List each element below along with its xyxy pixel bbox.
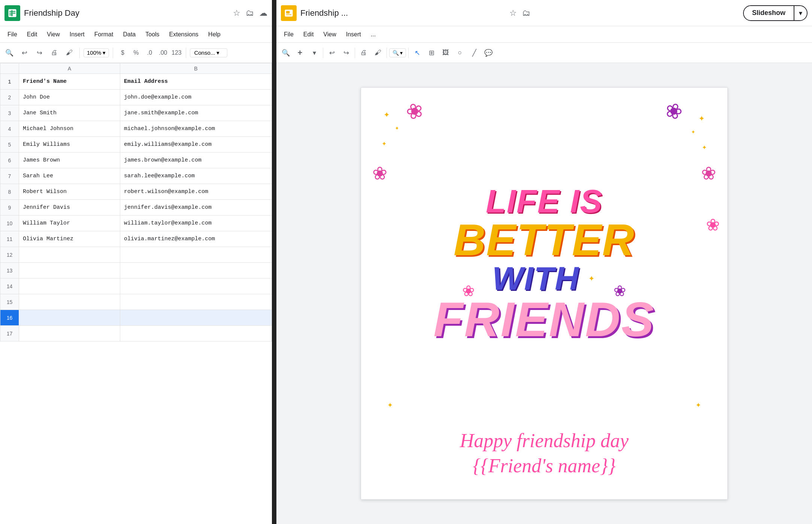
cell-b[interactable] bbox=[120, 278, 272, 294]
cell-a[interactable]: Jennifer Davis bbox=[19, 200, 120, 216]
cell-a[interactable] bbox=[19, 247, 120, 263]
cell-b[interactable] bbox=[120, 263, 272, 278]
slides-add-btn[interactable]: + bbox=[294, 46, 306, 59]
cell-a[interactable]: William Taylor bbox=[19, 216, 120, 231]
cell-a[interactable]: James Brown bbox=[19, 153, 120, 168]
table-row[interactable]: 6James Brownjames.brown@example.com bbox=[0, 153, 272, 168]
table-row[interactable]: 14 bbox=[0, 278, 272, 294]
table-row[interactable]: 8Robert Wilsonrobert.wilson@example.com bbox=[0, 184, 272, 200]
cursor-tool-icon[interactable]: ↖ bbox=[411, 46, 424, 59]
print-icon[interactable]: 🖨 bbox=[48, 46, 61, 59]
cloud-icon[interactable]: ☁ bbox=[259, 8, 267, 18]
percent-btn[interactable]: % bbox=[130, 47, 142, 58]
cell-a[interactable] bbox=[19, 326, 120, 341]
zoom-control[interactable]: 100% ▾ bbox=[84, 48, 109, 57]
decimal-more-btn[interactable]: .00 bbox=[157, 47, 169, 58]
cell-a[interactable] bbox=[19, 294, 120, 310]
menu-help[interactable]: Help bbox=[204, 30, 224, 39]
col-b-header[interactable]: B bbox=[120, 63, 272, 74]
table-row[interactable]: 13 bbox=[0, 263, 272, 278]
line-tool-icon[interactable]: ╱ bbox=[468, 46, 481, 59]
cell-a[interactable] bbox=[19, 310, 120, 326]
shape-tool-icon[interactable]: ○ bbox=[454, 46, 466, 59]
paint-format-icon[interactable]: 🖌 bbox=[63, 46, 76, 59]
star-icon[interactable]: ☆ bbox=[233, 8, 240, 18]
slides-drive-icon[interactable]: 🗂 bbox=[522, 8, 530, 18]
slides-search-icon[interactable]: 🔍 bbox=[279, 46, 292, 59]
slides-print-icon[interactable]: 🖨 bbox=[357, 46, 370, 59]
table-row[interactable]: 9Jennifer Davisjennifer.davis@example.co… bbox=[0, 200, 272, 216]
cell-a[interactable] bbox=[19, 263, 120, 278]
slides-menu-view[interactable]: View bbox=[319, 30, 340, 39]
slides-menu-insert[interactable]: Insert bbox=[342, 30, 365, 39]
cell-b[interactable] bbox=[120, 310, 272, 326]
cell-a[interactable]: Michael Johnson bbox=[19, 121, 120, 137]
cell-b[interactable]: jane.smith@example.com bbox=[120, 105, 272, 121]
table-row[interactable]: 2John Doejohn.doe@example.com bbox=[0, 90, 272, 105]
cell-b[interactable] bbox=[120, 294, 272, 310]
cell-b[interactable]: john.doe@example.com bbox=[120, 90, 272, 105]
slides-menu-more[interactable]: ... bbox=[367, 30, 379, 39]
menu-format[interactable]: Format bbox=[91, 30, 117, 39]
font-selector[interactable]: Conso... ▾ bbox=[190, 48, 227, 57]
cell-b[interactable]: sarah.lee@example.com bbox=[120, 168, 272, 184]
cell-a[interactable]: Sarah Lee bbox=[19, 168, 120, 184]
cell-a[interactable]: Robert Wilson bbox=[19, 184, 120, 200]
currency-btn[interactable]: $ bbox=[117, 47, 128, 58]
cell-b[interactable] bbox=[120, 247, 272, 263]
table-row[interactable]: 4Michael Johnsonmichael.johnson@example.… bbox=[0, 121, 272, 137]
resize-tool-icon[interactable]: ⊞ bbox=[425, 46, 438, 59]
slideshow-dropdown-btn[interactable]: ▾ bbox=[794, 6, 807, 20]
table-row[interactable]: 5Emily Williamsemily.williams@example.co… bbox=[0, 137, 272, 153]
undo-icon[interactable]: ↩ bbox=[18, 46, 31, 59]
slides-menu-file[interactable]: File bbox=[280, 30, 297, 39]
table-row[interactable]: 7Sarah Leesarah.lee@example.com bbox=[0, 168, 272, 184]
cell-b[interactable]: emily.williams@example.com bbox=[120, 137, 272, 153]
col-a-header[interactable]: A bbox=[19, 63, 120, 74]
slides-star-icon[interactable]: ☆ bbox=[509, 8, 517, 18]
cell-b[interactable]: michael.johnson@example.com bbox=[120, 121, 272, 137]
table-row[interactable]: 17 bbox=[0, 326, 272, 341]
cell-a[interactable] bbox=[19, 278, 120, 294]
cell-a[interactable]: John Doe bbox=[19, 90, 120, 105]
cell-b[interactable]: Email Address bbox=[120, 74, 272, 90]
table-row[interactable]: 10William Taylorwilliam.taylor@example.c… bbox=[0, 216, 272, 231]
image-insert-icon[interactable]: 🖼 bbox=[439, 46, 452, 59]
menu-edit[interactable]: Edit bbox=[23, 30, 41, 39]
slides-menu-edit[interactable]: Edit bbox=[300, 30, 318, 39]
table-row[interactable]: 15 bbox=[0, 294, 272, 310]
search-icon[interactable]: 🔍 bbox=[3, 46, 16, 59]
cell-b[interactable]: robert.wilson@example.com bbox=[120, 184, 272, 200]
number-format-btn[interactable]: 123 bbox=[171, 47, 182, 58]
sheet-container[interactable]: A B 1Friend's NameEmail Address2John Doe… bbox=[0, 63, 272, 524]
decimal-less-btn[interactable]: .0 bbox=[144, 47, 155, 58]
comment-icon[interactable]: 💬 bbox=[482, 46, 495, 59]
table-row[interactable]: 1Friend's NameEmail Address bbox=[0, 74, 272, 90]
cell-a[interactable]: Emily Williams bbox=[19, 137, 120, 153]
cell-a[interactable]: Friend's Name bbox=[19, 74, 120, 90]
menu-insert[interactable]: Insert bbox=[66, 30, 88, 39]
table-row[interactable]: 3Jane Smithjane.smith@example.com bbox=[0, 105, 272, 121]
slides-redo-icon[interactable]: ↪ bbox=[340, 46, 352, 59]
slides-add-dropdown[interactable]: ▾ bbox=[308, 46, 321, 59]
menu-tools[interactable]: Tools bbox=[142, 30, 163, 39]
drive-icon[interactable]: 🗂 bbox=[246, 8, 254, 18]
slide-canvas[interactable]: ✦ ✦ ✦ ❀ ❀ ❀ ❀ ✦ ✦ ✦ ❀ LIFE IS BETTER ❀ bbox=[361, 87, 728, 500]
cell-a[interactable]: Olivia Martinez bbox=[19, 231, 120, 247]
menu-extensions[interactable]: Extensions bbox=[166, 30, 202, 39]
cell-b[interactable]: william.taylor@example.com bbox=[120, 216, 272, 231]
slides-zoom-control[interactable]: 🔍 ▾ bbox=[389, 48, 406, 57]
table-row[interactable]: 12 bbox=[0, 247, 272, 263]
slideshow-button-group[interactable]: Slideshow ▾ bbox=[743, 5, 808, 21]
menu-view[interactable]: View bbox=[43, 30, 63, 39]
slides-paint-icon[interactable]: 🖌 bbox=[372, 46, 384, 59]
table-row[interactable]: 16 bbox=[0, 310, 272, 326]
cell-a[interactable]: Jane Smith bbox=[19, 105, 120, 121]
slideshow-main-btn[interactable]: Slideshow bbox=[744, 6, 794, 20]
cell-b[interactable] bbox=[120, 326, 272, 341]
menu-data[interactable]: Data bbox=[119, 30, 139, 39]
redo-icon[interactable]: ↪ bbox=[33, 46, 46, 59]
cell-b[interactable]: olivia.martinez@example.com bbox=[120, 231, 272, 247]
table-row[interactable]: 11Olivia Martinezolivia.martinez@example… bbox=[0, 231, 272, 247]
menu-file[interactable]: File bbox=[4, 30, 21, 39]
